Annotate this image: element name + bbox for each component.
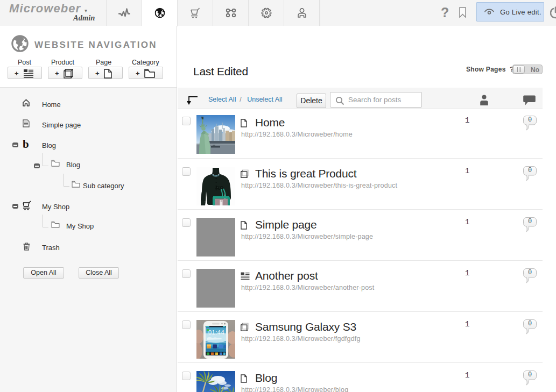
svg-text:01:44: 01:44 [208, 329, 224, 336]
